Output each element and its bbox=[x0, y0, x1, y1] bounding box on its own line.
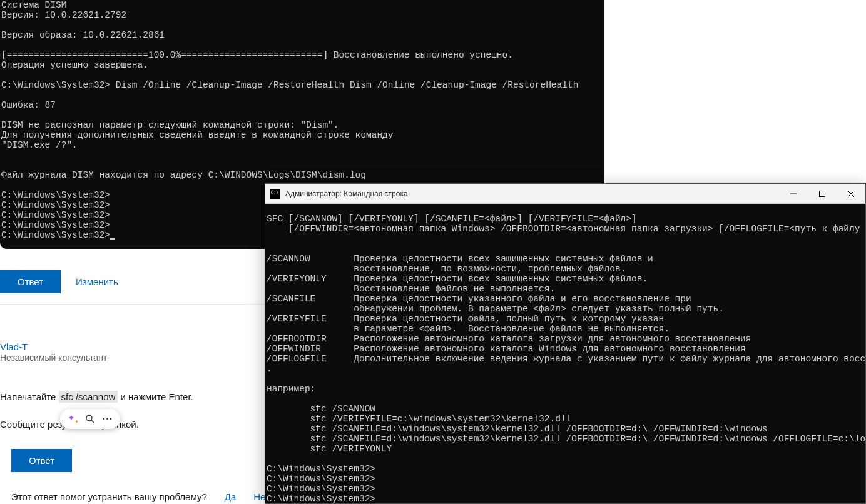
search-icon[interactable] bbox=[84, 413, 96, 425]
svg-line-1 bbox=[91, 420, 94, 423]
window-title: Администратор: Командная строка bbox=[285, 189, 408, 198]
instr1-code: sfc /scannow bbox=[59, 391, 118, 403]
titlebar[interactable]: Администратор: Командная строка bbox=[265, 184, 865, 204]
feedback-question: Этот ответ помог устранить вашу проблему… bbox=[11, 491, 207, 502]
instr1-prefix: Напечатайте bbox=[0, 391, 59, 402]
edit-link[interactable]: Изменить bbox=[76, 276, 118, 287]
answer-button-2[interactable]: Ответ bbox=[11, 449, 72, 472]
answer-actions-row-2: Ответ bbox=[11, 449, 72, 472]
cursor-icon bbox=[110, 238, 115, 240]
close-button[interactable] bbox=[837, 184, 865, 204]
instr1-suffix: и нажмите Enter. bbox=[118, 391, 193, 402]
author-role: Независимый консультант bbox=[0, 353, 107, 363]
cmd-output: SFC [/SCANNOW] [/VERIFYONLY] [/SCANFILE=… bbox=[267, 214, 865, 503]
maximize-button[interactable] bbox=[808, 184, 837, 204]
cmd-icon bbox=[270, 189, 280, 199]
titlebar-left: Администратор: Командная строка bbox=[270, 189, 408, 199]
answer-actions-row: Ответ Изменить bbox=[0, 270, 118, 293]
sparkle-icon[interactable] bbox=[66, 413, 79, 425]
author-link[interactable]: Vlad-T bbox=[0, 341, 28, 352]
svg-point-0 bbox=[86, 415, 92, 421]
feedback-row: Этот ответ помог устранить вашу проблему… bbox=[11, 491, 270, 502]
feedback-yes[interactable]: Да bbox=[225, 491, 237, 502]
more-icon[interactable]: ··· bbox=[101, 413, 114, 425]
cmd-terminal-body[interactable]: SFC [/SCANNOW] [/VERIFYONLY] [/SCANFILE=… bbox=[265, 204, 865, 503]
cmd-window: Администратор: Командная строка SFC [/SC… bbox=[265, 183, 866, 504]
window-buttons bbox=[779, 184, 865, 204]
minimize-button[interactable] bbox=[779, 184, 808, 204]
instruction-1: Напечатайте sfc /scannow и нажмите Enter… bbox=[0, 391, 193, 402]
svg-rect-3 bbox=[820, 191, 825, 196]
floating-toolbar: ··· bbox=[60, 409, 120, 429]
answer-button[interactable]: Ответ bbox=[0, 270, 61, 293]
